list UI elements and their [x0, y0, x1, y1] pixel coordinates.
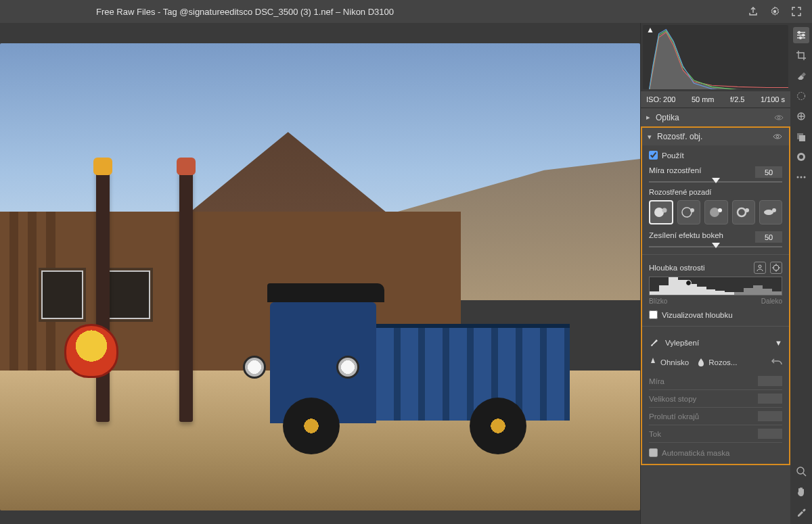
svg-point-17	[800, 37, 802, 39]
svg-point-0	[773, 10, 776, 13]
lasso-icon[interactable]	[793, 88, 809, 104]
enhance-title: Vylepšení	[665, 339, 771, 347]
svg-point-4	[662, 208, 667, 213]
depth-graph[interactable]	[649, 277, 782, 295]
blur-amount-slider[interactable]	[649, 181, 782, 183]
toolbar	[790, 23, 812, 524]
section-rozostr-header[interactable]: ▾ Rozostř. obj.	[641, 126, 790, 145]
eraser-icon[interactable]	[793, 68, 809, 84]
picker-icon[interactable]	[793, 504, 809, 520]
brush-tab-blur-label: Rozos...	[708, 358, 737, 366]
brush-tabs: Ohnisko Rozos...	[649, 352, 782, 373]
bokeh-style-4[interactable]	[732, 200, 755, 224]
brush-icon	[649, 337, 661, 348]
svg-point-1	[777, 116, 780, 119]
depth-far-label: Daleko	[761, 297, 782, 305]
bokeh-style-3[interactable]	[704, 200, 727, 224]
brush-tab-blur[interactable]: Rozos...	[697, 358, 737, 367]
svg-point-13	[759, 265, 761, 268]
param-stopy[interactable]: Velikost stopy	[649, 390, 782, 408]
svg-point-14	[773, 265, 779, 270]
svg-point-11	[764, 210, 773, 215]
use-label: Použít	[662, 151, 684, 160]
svg-point-8	[718, 208, 722, 212]
patch-icon[interactable]	[793, 108, 809, 124]
depth-face-icon[interactable]	[754, 262, 766, 274]
param-mira[interactable]: Míra	[649, 373, 782, 390]
settings-icon[interactable]	[767, 4, 782, 19]
param-okraju[interactable]: Prolnutí okrajů	[649, 408, 782, 425]
svg-point-16	[803, 34, 805, 37]
bokeh-style-2[interactable]	[677, 200, 700, 224]
svg-point-26	[804, 176, 806, 178]
chevron-down-icon: ▾	[648, 133, 657, 141]
bokeh-gain-label: Zesílení efektu bokeh	[649, 231, 723, 243]
titlebar: Free Raw Files - Tag @signatureeditsco D…	[0, 0, 812, 23]
right-panel: ▲ ISO: 200 50 mm f/2.5 1/100 s ▸	[640, 23, 790, 524]
svg-point-27	[797, 467, 804, 474]
exif-focal: 50 mm	[692, 95, 715, 103]
svg-point-23	[799, 155, 803, 159]
bokeh-gain-slider[interactable]	[649, 246, 782, 247]
section-rozostr-title: Rozostř. obj.	[657, 132, 773, 141]
crop-icon[interactable]	[793, 47, 809, 64]
bokeh-gain-value[interactable]: 50	[755, 231, 782, 243]
bokeh-swatches	[649, 200, 782, 224]
depth-target-icon[interactable]	[770, 262, 782, 274]
brush-tab-focus-label: Ohnisko	[660, 358, 689, 366]
enhance-header[interactable]: Vylepšení ▼	[649, 333, 782, 352]
blur-amount-label: Míra rozostření	[649, 166, 701, 178]
visibility-icon[interactable]	[773, 133, 784, 140]
exif-aperture: f/2.5	[730, 95, 744, 103]
bokeh-gain-row: Zesílení efektu bokeh 50	[649, 231, 782, 247]
svg-point-3	[654, 208, 664, 217]
depth-label: Hloubka ostrosti	[649, 264, 704, 272]
svg-point-5	[682, 208, 692, 217]
param-tok[interactable]: Tok	[649, 425, 782, 443]
visibility-icon[interactable]	[774, 114, 785, 121]
bokeh-style-5[interactable]	[759, 200, 782, 224]
export-icon[interactable]	[746, 4, 761, 19]
automask-row[interactable]: Automatická maska	[649, 443, 782, 458]
exif-bar: ISO: 200 50 mm f/2.5 1/100 s	[641, 91, 790, 108]
svg-point-2	[776, 135, 779, 138]
zoom-icon[interactable]	[793, 463, 809, 479]
brush-tab-focus[interactable]: Ohnisko	[649, 358, 689, 367]
svg-point-24	[797, 176, 799, 178]
visualize-depth-row[interactable]: Vizualizovat hloubku	[649, 310, 782, 319]
blurred-bg-label: Rozostřené pozadí	[649, 188, 782, 196]
layers-icon[interactable]	[793, 128, 809, 145]
histogram[interactable]: ▲ ISO: 200 50 mm f/2.5 1/100 s	[641, 23, 790, 108]
depth-near-label: Blízko	[649, 297, 667, 305]
svg-point-15	[798, 32, 800, 34]
fullscreen-icon[interactable]	[789, 4, 804, 19]
undo-icon[interactable]	[771, 358, 782, 366]
exif-iso: ISO: 200	[646, 95, 675, 103]
blur-amount-value[interactable]: 50	[755, 166, 782, 178]
use-checkbox[interactable]	[649, 151, 658, 160]
visualize-depth-checkbox[interactable]	[649, 310, 658, 319]
section-optika-title: Optika	[656, 113, 774, 122]
svg-point-7	[710, 208, 719, 217]
section-optika-header[interactable]: ▸ Optika	[641, 108, 790, 126]
svg-point-6	[690, 208, 694, 212]
adjustments-icon[interactable]	[793, 27, 809, 43]
svg-rect-21	[799, 135, 805, 141]
canvas-area[interactable]	[0, 23, 640, 524]
image-preview	[0, 43, 640, 510]
use-checkbox-row[interactable]: Použít	[649, 151, 782, 160]
automask-label: Automatická maska	[662, 449, 729, 457]
svg-point-9	[738, 208, 746, 216]
svg-point-25	[800, 176, 803, 178]
depth-row: Hloubka ostrosti	[649, 262, 782, 305]
bokeh-style-1[interactable]	[649, 200, 673, 224]
hand-icon[interactable]	[793, 483, 809, 500]
svg-point-12	[772, 208, 776, 212]
document-title: Free Raw Files - Tag @signatureeditsco D…	[96, 7, 394, 17]
chevron-right-icon: ▸	[646, 113, 656, 122]
vignette-icon[interactable]	[793, 149, 809, 165]
svg-point-10	[745, 208, 749, 212]
more-icon[interactable]	[793, 169, 809, 185]
exif-shutter: 1/100 s	[761, 95, 785, 103]
chevron-down-icon: ▼	[775, 339, 782, 347]
